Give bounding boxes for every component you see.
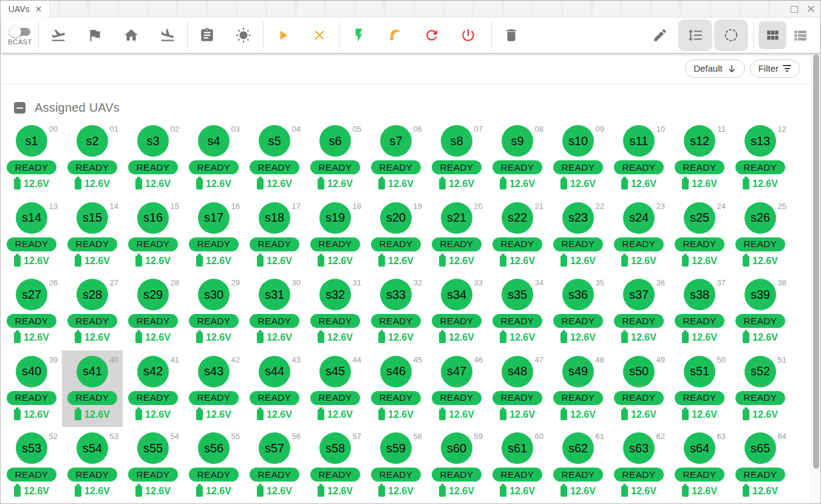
uav-card[interactable]: 12 s13 READY 12.6V [730, 120, 791, 197]
uav-card[interactable]: 24 s25 READY 12.6V [669, 197, 730, 274]
uav-card[interactable]: 09 s10 READY 12.6V [548, 120, 608, 197]
selection-mode-button[interactable] [714, 19, 748, 51]
uav-avatar[interactable]: s34 [441, 279, 472, 310]
uav-avatar[interactable]: s4 [198, 125, 230, 157]
uav-card[interactable]: 48 s49 READY 12.6V [548, 350, 608, 427]
uav-avatar[interactable]: s13 [744, 125, 776, 157]
uav-card[interactable]: 55 s56 READY 12.6V [183, 427, 244, 503]
uav-card[interactable]: 28 s29 READY 12.6V [123, 273, 183, 350]
uav-avatar[interactable]: s25 [684, 202, 715, 234]
uav-card[interactable]: 50 s51 READY 12.6V [669, 350, 730, 427]
uav-card[interactable]: 49 s50 READY 12.6V [608, 350, 669, 427]
uav-card[interactable]: 03 s4 READY 12.6V [183, 120, 244, 197]
uav-avatar[interactable]: s20 [380, 202, 412, 234]
uav-card[interactable]: 17 s18 READY 12.6V [244, 197, 305, 274]
uav-avatar[interactable]: s50 [623, 356, 655, 387]
uav-card[interactable]: 44 s45 READY 12.6V [305, 350, 366, 427]
lights-button[interactable] [225, 18, 262, 53]
uav-card[interactable]: 18 s19 READY 12.6V [305, 197, 366, 274]
uav-card[interactable]: 31 s32 READY 12.6V [305, 273, 366, 350]
land-button[interactable] [149, 18, 186, 53]
uav-card[interactable]: 64 s65 READY 12.6V [730, 427, 791, 503]
uav-avatar[interactable]: s42 [137, 356, 169, 387]
filter-button[interactable]: Filter [750, 60, 800, 78]
vertical-scrollbar[interactable] [811, 53, 820, 503]
uav-card[interactable]: 52 s53 READY 12.6V [1, 427, 62, 503]
uav-avatar[interactable]: s60 [441, 432, 472, 464]
uav-avatar[interactable]: s35 [502, 279, 533, 310]
list-view-button[interactable] [786, 21, 814, 49]
uav-card[interactable]: 29 s30 READY 12.6V [183, 273, 244, 350]
uav-card[interactable]: 53 s54 READY 12.6V [62, 427, 123, 503]
uav-avatar[interactable]: s16 [137, 202, 169, 234]
uav-avatar[interactable]: s65 [744, 432, 776, 464]
uav-card[interactable]: 36 s37 READY 12.6V [608, 273, 669, 350]
uav-card[interactable]: 11 s12 READY 12.6V [669, 120, 730, 197]
tab-close-icon[interactable]: ✕ [35, 5, 43, 13]
uav-avatar[interactable]: s9 [502, 125, 533, 157]
uav-card[interactable]: 35 s36 READY 12.6V [548, 273, 608, 350]
uav-avatar[interactable]: s30 [198, 279, 230, 310]
uav-card[interactable]: 40 s41 READY 12.6V [62, 350, 123, 427]
uav-avatar[interactable]: s29 [137, 279, 169, 310]
uav-card[interactable]: 06 s7 READY 12.6V [366, 120, 426, 197]
window-close-button[interactable]: ✕ [806, 4, 816, 15]
tab-uavs[interactable]: UAVs ✕ [1, 1, 50, 18]
broadcast-toggle[interactable]: BCAST [3, 26, 37, 46]
uav-card[interactable]: 07 s8 READY 12.6V [426, 120, 487, 197]
grid-view-button[interactable] [758, 21, 786, 49]
uav-avatar[interactable]: s27 [16, 279, 47, 310]
uav-card[interactable]: 41 s42 READY 12.6V [123, 350, 183, 427]
uav-card[interactable]: 00 s1 READY 12.6V [1, 120, 62, 197]
uav-avatar[interactable]: s12 [684, 125, 715, 157]
uav-card[interactable]: 56 s57 READY 12.6V [244, 427, 305, 503]
uav-avatar[interactable]: s8 [441, 125, 472, 157]
remove-button[interactable] [493, 18, 530, 53]
uav-avatar[interactable]: s36 [562, 279, 594, 310]
uav-card[interactable]: 21 s22 READY 12.6V [487, 197, 548, 274]
uav-avatar[interactable]: s1 [16, 125, 47, 157]
power-off-button[interactable] [450, 18, 486, 53]
uav-card[interactable]: 51 s52 READY 12.6V [730, 350, 791, 427]
uav-card[interactable]: 33 s34 READY 12.6V [426, 273, 487, 350]
uav-avatar[interactable]: s32 [319, 279, 351, 310]
uav-card[interactable]: 45 s46 READY 12.6V [366, 350, 426, 427]
sleep-button[interactable] [377, 18, 414, 53]
takeoff-button[interactable] [40, 18, 77, 53]
uav-card[interactable]: 08 s9 READY 12.6V [487, 120, 548, 197]
uav-avatar[interactable]: s44 [259, 356, 290, 387]
uav-card[interactable]: 19 s20 READY 12.6V [366, 197, 426, 274]
uav-avatar[interactable]: s57 [259, 432, 290, 464]
uav-avatar[interactable]: s10 [562, 125, 594, 157]
uav-avatar[interactable]: s17 [198, 202, 230, 234]
uav-avatar[interactable]: s51 [684, 356, 715, 387]
uav-avatar[interactable]: s5 [259, 125, 290, 157]
uav-avatar[interactable]: s61 [502, 432, 533, 464]
uav-card[interactable]: 01 s2 READY 12.6V [62, 120, 123, 197]
maximize-button[interactable] [791, 6, 798, 13]
uav-card[interactable]: 60 s61 READY 12.6V [487, 427, 548, 503]
uav-avatar[interactable]: s58 [319, 432, 351, 464]
reboot-button[interactable] [414, 18, 450, 53]
uav-card[interactable]: 20 s21 READY 12.6V [426, 197, 487, 274]
arm-button[interactable] [341, 18, 377, 53]
scrollbar-thumb[interactable] [813, 55, 819, 469]
uav-avatar[interactable]: s14 [16, 202, 47, 234]
sort-order-button[interactable] [678, 19, 712, 51]
uav-avatar[interactable]: s46 [380, 356, 412, 387]
uav-card[interactable]: 26 s27 READY 12.6V [1, 273, 62, 350]
uav-card[interactable]: 57 s58 READY 12.6V [305, 427, 366, 503]
uav-avatar[interactable]: s54 [77, 432, 108, 464]
uav-avatar[interactable]: s39 [744, 279, 776, 310]
uav-card[interactable]: 47 s48 READY 12.6V [487, 350, 548, 427]
uav-avatar[interactable]: s52 [744, 356, 776, 387]
uav-card[interactable]: 27 s28 READY 12.6V [62, 273, 123, 350]
uav-avatar[interactable]: s15 [77, 202, 108, 234]
uav-avatar[interactable]: s53 [16, 432, 47, 464]
uav-avatar[interactable]: s3 [137, 125, 169, 157]
uav-card[interactable]: 34 s35 READY 12.6V [487, 273, 548, 350]
uav-card[interactable]: 39 s40 READY 12.6V [1, 350, 62, 427]
start-button[interactable] [265, 18, 301, 53]
uav-avatar[interactable]: s7 [380, 125, 412, 157]
uav-avatar[interactable]: s6 [319, 125, 351, 157]
